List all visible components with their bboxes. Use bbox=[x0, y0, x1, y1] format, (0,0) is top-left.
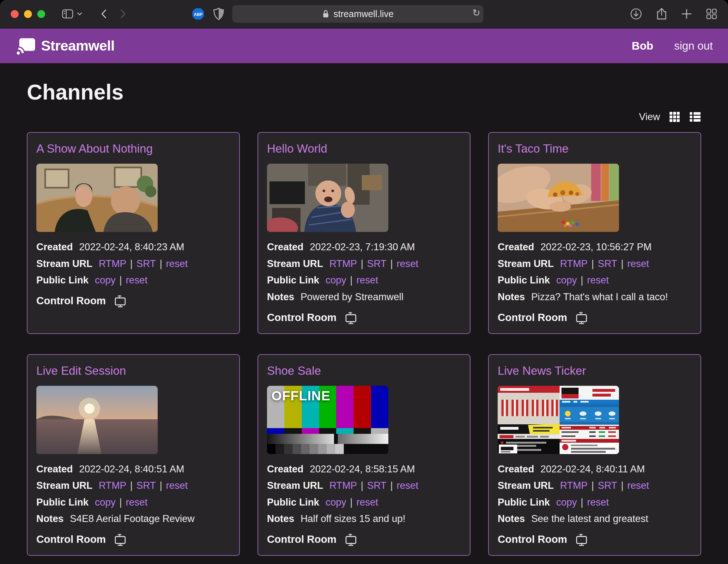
share-button[interactable] bbox=[656, 8, 667, 20]
brand-home-link[interactable]: Streamwell bbox=[15, 36, 115, 56]
user-name-link[interactable]: Bob bbox=[632, 39, 653, 52]
stream-url-reset-link[interactable]: reset bbox=[397, 258, 418, 270]
rtmp-link[interactable]: RTMP bbox=[560, 480, 587, 491]
new-tab-button[interactable] bbox=[681, 9, 692, 19]
public-link-reset-link[interactable]: reset bbox=[587, 497, 609, 508]
channel-title-link[interactable]: Hello World bbox=[267, 142, 327, 155]
back-button[interactable] bbox=[100, 9, 107, 19]
copy-link[interactable]: copy bbox=[556, 497, 577, 508]
created-label: Created bbox=[267, 241, 303, 253]
forward-button[interactable] bbox=[120, 9, 127, 19]
channel-title-link[interactable]: Shoe Sale bbox=[267, 364, 321, 378]
channel-card: Live News Ticker bbox=[488, 354, 701, 556]
control-room-label: Control Room bbox=[267, 312, 337, 324]
notes-value: S4E8 Aerial Footage Review bbox=[70, 513, 195, 525]
channel-thumbnail-offline-color-bars[interactable]: OFFLINE bbox=[267, 386, 388, 454]
stream-url-reset-link[interactable]: reset bbox=[397, 480, 418, 491]
streamwell-cast-logo-icon bbox=[15, 36, 36, 56]
url-text: streamwell.live bbox=[333, 9, 393, 19]
created-value: 2022-02-24, 8:40:51 AM bbox=[79, 464, 184, 475]
control-room-monitor-icon[interactable] bbox=[574, 311, 589, 324]
sidebar-menu-chevron[interactable] bbox=[77, 12, 82, 16]
adblock-extension-icon[interactable]: ABP bbox=[192, 8, 204, 20]
public-link-label: Public Link bbox=[498, 275, 550, 286]
rtmp-link[interactable]: RTMP bbox=[99, 480, 126, 491]
separator: | bbox=[621, 480, 623, 491]
stream-url-reset-link[interactable]: reset bbox=[627, 480, 649, 491]
separator: | bbox=[390, 480, 393, 491]
channel-thumbnail-man-pointing-webcam[interactable] bbox=[267, 164, 388, 232]
created-value: 2022-02-24, 8:58:15 AM bbox=[310, 464, 415, 475]
srt-link[interactable]: SRT bbox=[137, 258, 156, 270]
control-room-label: Control Room bbox=[498, 533, 567, 545]
copy-link[interactable]: copy bbox=[95, 275, 115, 286]
grid-view-button[interactable] bbox=[669, 111, 680, 123]
srt-link[interactable]: SRT bbox=[598, 480, 617, 491]
created-value: 2022-02-24, 8:40:11 AM bbox=[540, 464, 645, 475]
sidebar-toggle-button[interactable] bbox=[62, 9, 74, 19]
channel-title-link[interactable]: A Show About Nothing bbox=[36, 142, 153, 155]
public-link-reset-link[interactable]: reset bbox=[126, 275, 148, 286]
srt-link[interactable]: SRT bbox=[367, 258, 386, 270]
close-window-button[interactable] bbox=[11, 10, 19, 18]
created-value: 2022-02-23, 7:19:30 AM bbox=[310, 241, 415, 253]
copy-link[interactable]: copy bbox=[325, 275, 346, 286]
list-view-button[interactable] bbox=[689, 111, 701, 123]
sign-out-link[interactable]: sign out bbox=[674, 39, 713, 52]
zoom-window-button[interactable] bbox=[37, 10, 45, 18]
channel-card: It's Taco Time bbox=[488, 132, 701, 334]
control-room-label: Control Room bbox=[36, 295, 106, 307]
control-room-monitor-icon[interactable] bbox=[574, 532, 589, 546]
srt-link[interactable]: SRT bbox=[367, 480, 386, 491]
stream-url-reset-link[interactable]: reset bbox=[166, 258, 188, 270]
address-bar[interactable]: streamwell.live ↻ bbox=[232, 5, 483, 23]
separator: | bbox=[591, 258, 594, 270]
control-room-monitor-icon[interactable] bbox=[113, 294, 127, 308]
svg-text:ABP: ABP bbox=[194, 12, 203, 17]
srt-link[interactable]: SRT bbox=[137, 480, 156, 491]
public-link-reset-link[interactable]: reset bbox=[587, 275, 609, 286]
tab-overview-button[interactable] bbox=[706, 8, 717, 20]
reload-icon[interactable]: ↻ bbox=[472, 7, 480, 18]
channel-title-link[interactable]: Live News Ticker bbox=[498, 364, 586, 378]
channel-thumbnail-ocean-sunset[interactable] bbox=[36, 386, 158, 454]
channel-grid: A Show About Nothing bbox=[27, 132, 701, 556]
separator: | bbox=[130, 480, 133, 491]
stream-url-reset-link[interactable]: reset bbox=[166, 480, 188, 491]
separator: | bbox=[581, 275, 583, 286]
stream-url-label: Stream URL bbox=[498, 258, 554, 270]
minimize-window-button[interactable] bbox=[24, 10, 32, 18]
channel-thumbnail-news-broadcast-ui[interactable] bbox=[498, 386, 619, 454]
separator: | bbox=[119, 275, 122, 286]
downloads-button[interactable] bbox=[630, 8, 642, 20]
copy-link[interactable]: copy bbox=[95, 497, 115, 508]
public-link-label: Public Link bbox=[267, 497, 319, 508]
public-link-reset-link[interactable]: reset bbox=[356, 497, 378, 508]
stream-url-label: Stream URL bbox=[267, 258, 323, 270]
public-link-label: Public Link bbox=[36, 497, 88, 508]
copy-link[interactable]: copy bbox=[556, 275, 577, 286]
srt-link[interactable]: SRT bbox=[598, 258, 617, 270]
stream-url-reset-link[interactable]: reset bbox=[627, 258, 649, 270]
created-value: 2022-02-23, 10:56:27 PM bbox=[540, 241, 652, 253]
rtmp-link[interactable]: RTMP bbox=[329, 258, 357, 270]
control-room-monitor-icon[interactable] bbox=[343, 311, 358, 324]
channel-thumbnail-seinfeld-office-scene[interactable] bbox=[36, 164, 158, 232]
public-link-reset-link[interactable]: reset bbox=[126, 497, 148, 508]
notes-value: See the latest and greatest bbox=[531, 513, 648, 525]
created-value: 2022-02-24, 8:40:23 AM bbox=[79, 241, 184, 253]
copy-link[interactable]: copy bbox=[325, 497, 346, 508]
rtmp-link[interactable]: RTMP bbox=[99, 258, 126, 270]
separator: | bbox=[361, 258, 363, 270]
stream-url-label: Stream URL bbox=[267, 480, 323, 491]
public-link-reset-link[interactable]: reset bbox=[356, 275, 378, 286]
shield-extension-icon[interactable] bbox=[213, 8, 224, 20]
rtmp-link[interactable]: RTMP bbox=[329, 480, 357, 491]
channel-title-link[interactable]: It's Taco Time bbox=[498, 142, 568, 155]
rtmp-link[interactable]: RTMP bbox=[560, 258, 587, 270]
channel-thumbnail-hands-holding-taco[interactable] bbox=[498, 164, 619, 232]
channel-title-link[interactable]: Live Edit Session bbox=[36, 364, 126, 378]
control-room-monitor-icon[interactable] bbox=[113, 532, 127, 546]
control-room-label: Control Room bbox=[267, 533, 337, 545]
control-room-monitor-icon[interactable] bbox=[343, 532, 358, 546]
